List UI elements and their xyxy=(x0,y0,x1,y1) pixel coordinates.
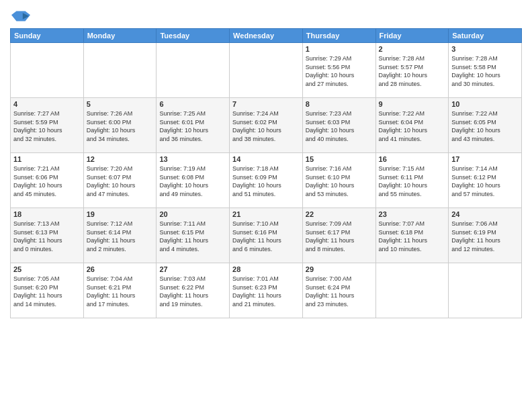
calendar-cell: 23Sunrise: 7:07 AM Sunset: 6:18 PM Dayli… xyxy=(375,208,449,263)
calendar-cell xyxy=(230,43,303,98)
day-info: Sunrise: 7:27 AM Sunset: 5:59 PM Dayligh… xyxy=(13,109,81,143)
day-number: 29 xyxy=(306,265,373,273)
calendar-cell xyxy=(449,263,522,318)
weekday-header-tuesday: Tuesday xyxy=(157,29,230,43)
day-info: Sunrise: 7:04 AM Sunset: 6:21 PM Dayligh… xyxy=(87,275,154,308)
day-number: 10 xyxy=(451,100,519,108)
day-number: 11 xyxy=(13,155,81,163)
day-info: Sunrise: 7:13 AM Sunset: 6:13 PM Dayligh… xyxy=(13,220,81,253)
day-number: 5 xyxy=(87,100,154,108)
calendar-cell: 10Sunrise: 7:22 AM Sunset: 6:05 PM Dayli… xyxy=(449,98,522,153)
logo-text xyxy=(10,9,30,23)
day-info: Sunrise: 7:26 AM Sunset: 6:00 PM Dayligh… xyxy=(87,109,154,143)
day-info: Sunrise: 7:29 AM Sunset: 5:56 PM Dayligh… xyxy=(306,54,373,88)
day-info: Sunrise: 7:25 AM Sunset: 6:01 PM Dayligh… xyxy=(159,109,226,143)
day-number: 25 xyxy=(13,265,81,273)
day-info: Sunrise: 7:12 AM Sunset: 6:14 PM Dayligh… xyxy=(87,220,154,253)
calendar-cell: 7Sunrise: 7:24 AM Sunset: 6:02 PM Daylig… xyxy=(230,98,303,153)
logo xyxy=(10,9,30,23)
day-info: Sunrise: 7:19 AM Sunset: 6:08 PM Dayligh… xyxy=(159,165,226,198)
calendar-week-2: 4Sunrise: 7:27 AM Sunset: 5:59 PM Daylig… xyxy=(11,98,522,153)
day-info: Sunrise: 7:22 AM Sunset: 6:05 PM Dayligh… xyxy=(451,109,519,143)
day-number: 6 xyxy=(159,100,226,108)
day-info: Sunrise: 7:06 AM Sunset: 6:19 PM Dayligh… xyxy=(451,220,519,253)
day-info: Sunrise: 7:09 AM Sunset: 6:17 PM Dayligh… xyxy=(306,220,373,253)
day-info: Sunrise: 7:03 AM Sunset: 6:22 PM Dayligh… xyxy=(159,275,226,308)
calendar-cell: 25Sunrise: 7:05 AM Sunset: 6:20 PM Dayli… xyxy=(11,263,84,318)
calendar-week-1: 1Sunrise: 7:29 AM Sunset: 5:56 PM Daylig… xyxy=(11,43,522,98)
calendar-cell: 14Sunrise: 7:18 AM Sunset: 6:09 PM Dayli… xyxy=(230,153,303,208)
day-info: Sunrise: 7:14 AM Sunset: 6:12 PM Dayligh… xyxy=(451,165,519,198)
day-number: 8 xyxy=(306,100,373,108)
calendar-cell: 8Sunrise: 7:23 AM Sunset: 6:03 PM Daylig… xyxy=(302,98,375,153)
logo-icon xyxy=(11,9,30,23)
day-number: 16 xyxy=(379,155,446,163)
day-number: 26 xyxy=(87,265,154,273)
calendar-week-4: 18Sunrise: 7:13 AM Sunset: 6:13 PM Dayli… xyxy=(11,208,522,263)
calendar-cell xyxy=(157,43,230,98)
calendar-cell: 26Sunrise: 7:04 AM Sunset: 6:21 PM Dayli… xyxy=(83,263,157,318)
day-number: 20 xyxy=(159,210,226,218)
day-number: 12 xyxy=(87,155,154,163)
calendar-cell: 20Sunrise: 7:11 AM Sunset: 6:15 PM Dayli… xyxy=(157,208,230,263)
day-number: 22 xyxy=(306,210,373,218)
calendar-cell: 22Sunrise: 7:09 AM Sunset: 6:17 PM Dayli… xyxy=(302,208,375,263)
weekday-header-friday: Friday xyxy=(375,29,449,43)
day-info: Sunrise: 7:01 AM Sunset: 6:23 PM Dayligh… xyxy=(232,275,300,308)
calendar-cell: 13Sunrise: 7:19 AM Sunset: 6:08 PM Dayli… xyxy=(157,153,230,208)
day-number: 27 xyxy=(159,265,226,273)
day-info: Sunrise: 7:05 AM Sunset: 6:20 PM Dayligh… xyxy=(13,275,81,308)
calendar-cell: 18Sunrise: 7:13 AM Sunset: 6:13 PM Dayli… xyxy=(11,208,84,263)
day-number: 9 xyxy=(379,100,446,108)
calendar-cell: 11Sunrise: 7:21 AM Sunset: 6:06 PM Dayli… xyxy=(11,153,84,208)
weekday-header-saturday: Saturday xyxy=(449,29,522,43)
calendar-cell: 9Sunrise: 7:22 AM Sunset: 6:04 PM Daylig… xyxy=(375,98,449,153)
day-info: Sunrise: 7:28 AM Sunset: 5:58 PM Dayligh… xyxy=(451,54,519,88)
calendar-cell: 17Sunrise: 7:14 AM Sunset: 6:12 PM Dayli… xyxy=(449,153,522,208)
day-info: Sunrise: 7:10 AM Sunset: 6:16 PM Dayligh… xyxy=(232,220,300,253)
day-number: 15 xyxy=(306,155,373,163)
calendar-cell: 4Sunrise: 7:27 AM Sunset: 5:59 PM Daylig… xyxy=(11,98,84,153)
calendar-cell: 29Sunrise: 7:00 AM Sunset: 6:24 PM Dayli… xyxy=(302,263,375,318)
calendar-cell: 12Sunrise: 7:20 AM Sunset: 6:07 PM Dayli… xyxy=(83,153,157,208)
calendar-cell: 1Sunrise: 7:29 AM Sunset: 5:56 PM Daylig… xyxy=(302,43,375,98)
day-info: Sunrise: 7:28 AM Sunset: 5:57 PM Dayligh… xyxy=(379,54,446,88)
day-info: Sunrise: 7:23 AM Sunset: 6:03 PM Dayligh… xyxy=(306,109,373,143)
calendar-cell: 3Sunrise: 7:28 AM Sunset: 5:58 PM Daylig… xyxy=(449,43,522,98)
day-number: 24 xyxy=(451,210,519,218)
weekday-header-row: SundayMondayTuesdayWednesdayThursdayFrid… xyxy=(11,29,522,43)
calendar-cell: 21Sunrise: 7:10 AM Sunset: 6:16 PM Dayli… xyxy=(230,208,303,263)
calendar-cell xyxy=(83,43,157,98)
day-number: 4 xyxy=(13,100,81,108)
day-number: 7 xyxy=(232,100,300,108)
day-number: 3 xyxy=(451,45,519,53)
day-number: 21 xyxy=(232,210,300,218)
calendar-cell: 16Sunrise: 7:15 AM Sunset: 6:11 PM Dayli… xyxy=(375,153,449,208)
page-container: SundayMondayTuesdayWednesdayThursdayFrid… xyxy=(0,0,532,411)
day-info: Sunrise: 7:22 AM Sunset: 6:04 PM Dayligh… xyxy=(379,109,446,143)
calendar-table: SundayMondayTuesdayWednesdayThursdayFrid… xyxy=(10,28,522,318)
calendar-cell: 19Sunrise: 7:12 AM Sunset: 6:14 PM Dayli… xyxy=(83,208,157,263)
weekday-header-thursday: Thursday xyxy=(302,29,375,43)
day-info: Sunrise: 7:15 AM Sunset: 6:11 PM Dayligh… xyxy=(379,165,446,198)
calendar-week-3: 11Sunrise: 7:21 AM Sunset: 6:06 PM Dayli… xyxy=(11,153,522,208)
day-number: 2 xyxy=(379,45,446,53)
day-number: 23 xyxy=(379,210,446,218)
day-info: Sunrise: 7:20 AM Sunset: 6:07 PM Dayligh… xyxy=(87,165,154,198)
day-number: 13 xyxy=(159,155,226,163)
calendar-cell xyxy=(375,263,449,318)
calendar-cell: 24Sunrise: 7:06 AM Sunset: 6:19 PM Dayli… xyxy=(449,208,522,263)
calendar-cell: 6Sunrise: 7:25 AM Sunset: 6:01 PM Daylig… xyxy=(157,98,230,153)
day-number: 19 xyxy=(87,210,154,218)
day-info: Sunrise: 7:21 AM Sunset: 6:06 PM Dayligh… xyxy=(13,165,81,198)
calendar-cell: 2Sunrise: 7:28 AM Sunset: 5:57 PM Daylig… xyxy=(375,43,449,98)
day-number: 28 xyxy=(232,265,300,273)
calendar-cell xyxy=(11,43,84,98)
day-number: 18 xyxy=(13,210,81,218)
calendar-week-5: 25Sunrise: 7:05 AM Sunset: 6:20 PM Dayli… xyxy=(11,263,522,318)
day-number: 1 xyxy=(306,45,373,53)
day-info: Sunrise: 7:16 AM Sunset: 6:10 PM Dayligh… xyxy=(306,165,373,198)
calendar-cell: 27Sunrise: 7:03 AM Sunset: 6:22 PM Dayli… xyxy=(157,263,230,318)
day-info: Sunrise: 7:24 AM Sunset: 6:02 PM Dayligh… xyxy=(232,109,300,143)
header xyxy=(10,7,522,23)
